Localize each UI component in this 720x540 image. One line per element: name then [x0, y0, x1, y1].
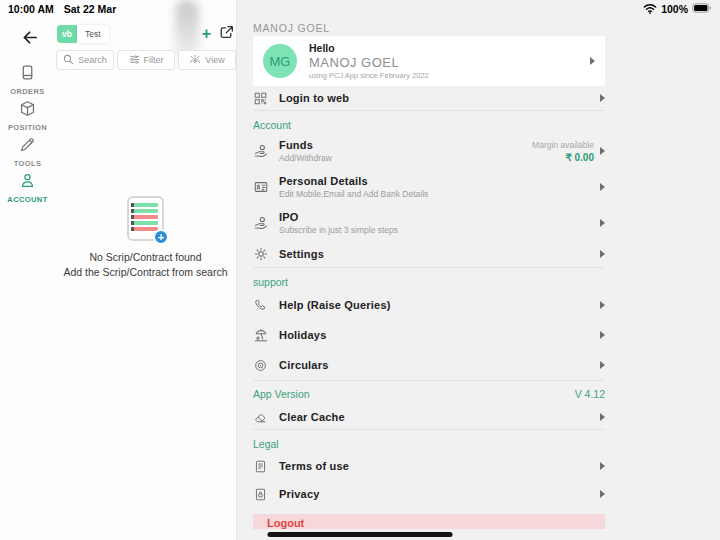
watchlist-toolbar: Search Filter View — [56, 50, 236, 70]
orders-icon — [19, 64, 36, 85]
help-label: Help (Raise Queries) — [279, 299, 391, 311]
login-to-web-label: Login to web — [279, 92, 349, 104]
nav-label-tools: TOOLS — [14, 159, 42, 168]
tools-icon — [19, 136, 36, 157]
privacy-row[interactable]: Privacy — [253, 480, 605, 508]
battery-icon — [692, 3, 712, 15]
chevron-right-icon — [600, 94, 605, 102]
add-scrip-icon[interactable]: + — [153, 229, 169, 245]
nav-label-orders: ORDERS — [10, 87, 45, 96]
add-watchlist-button[interactable]: + — [202, 27, 211, 41]
chevron-right-icon — [600, 219, 605, 227]
profile-card[interactable]: MG Hello MANOJ GOEL using PCJ App since … — [253, 36, 605, 86]
filter-button[interactable]: Filter — [117, 50, 175, 70]
gear-icon — [253, 247, 268, 261]
status-time: 10:00 AM — [8, 3, 54, 15]
battery-percent: 100% — [661, 3, 688, 15]
help-row[interactable]: Help (Raise Queries) — [253, 290, 605, 320]
beach-umbrella-icon — [253, 328, 268, 342]
privacy-lock-icon — [253, 488, 268, 501]
position-icon — [19, 100, 36, 121]
holidays-row[interactable]: Holidays — [253, 320, 605, 350]
app-version-label: App Version — [253, 388, 310, 400]
ipo-title: IPO — [279, 211, 398, 223]
nav-label-position: POSITION — [8, 123, 47, 132]
chevron-right-icon — [590, 57, 595, 65]
phone-icon — [253, 299, 268, 312]
settings-row[interactable]: Settings — [253, 241, 605, 267]
app-version-row: App Version V 4.12 — [253, 383, 605, 405]
section-account: Account — [253, 117, 605, 133]
personal-details-row[interactable]: Personal Details Edit Mobile,Email and A… — [253, 169, 605, 205]
personal-details-title: Personal Details — [279, 175, 428, 187]
funds-row[interactable]: Funds Add/Withdraw Margin available ₹ 0.… — [253, 133, 605, 169]
view-label: View — [205, 55, 224, 65]
privacy-label: Privacy — [279, 488, 320, 500]
watchlist-tabs: vb Test + — [57, 23, 234, 45]
nav-rail: ORDERS POSITION TOOLS A — [0, 18, 55, 540]
settings-label: Settings — [279, 248, 324, 260]
chevron-right-icon — [600, 147, 605, 155]
filter-label: Filter — [144, 55, 164, 65]
search-button[interactable]: Search — [56, 50, 114, 70]
nav-label-account: ACCOUNT — [7, 195, 47, 204]
section-legal: Legal — [253, 436, 605, 452]
nav-item-account[interactable]: ACCOUNT — [0, 172, 55, 204]
account-icon — [19, 172, 36, 193]
status-date: Sat 22 Mar — [64, 3, 117, 15]
profile-since: using PCJ App since February 2022 — [309, 71, 429, 80]
chevron-right-icon — [600, 183, 605, 191]
logout-label: Logout — [267, 517, 304, 529]
chevron-right-icon — [600, 413, 605, 421]
logout-button[interactable]: Logout — [253, 514, 605, 529]
terms-row[interactable]: Terms of use — [253, 452, 605, 480]
back-button[interactable] — [18, 25, 42, 49]
clear-cache-label: Clear Cache — [279, 411, 345, 423]
funds-subtitle: Add/Withdraw — [279, 153, 332, 163]
section-support: support — [253, 274, 605, 290]
empty-title: No Scrip/Contract found — [55, 251, 236, 263]
app-version-value: V 4.12 — [575, 388, 605, 400]
profile-name: MANOJ GOEL — [309, 55, 429, 70]
funds-title: Funds — [279, 139, 332, 151]
clear-cache-row[interactable]: Clear Cache — [253, 405, 605, 429]
account-panel: MANOJ GOEL MG Hello MANOJ GOEL using PCJ… — [236, 0, 720, 540]
export-icon[interactable] — [219, 25, 234, 44]
margin-available-label: Margin available — [532, 140, 594, 150]
filter-icon — [129, 54, 140, 67]
watchlist-panel: vb Test + Search — [55, 18, 236, 540]
nav-item-tools[interactable]: TOOLS — [0, 136, 55, 168]
qr-code-icon — [253, 92, 268, 105]
login-to-web-row[interactable]: Login to web — [253, 86, 605, 110]
id-card-icon — [253, 180, 268, 194]
circulars-label: Circulars — [279, 359, 329, 371]
empty-state: + No Scrip/Contract found Add the Scrip/… — [55, 196, 236, 278]
nav-item-position[interactable]: POSITION — [0, 100, 55, 132]
chevron-right-icon — [600, 301, 605, 309]
margin-available-value: ₹ 0.00 — [532, 152, 594, 163]
home-indicator[interactable] — [268, 532, 453, 537]
personal-details-subtitle: Edit Mobile,Email and Add Bank Details — [279, 189, 428, 199]
chevron-right-icon — [600, 331, 605, 339]
holidays-label: Holidays — [279, 329, 326, 341]
watchlist-tab-badge[interactable]: vb — [57, 25, 77, 43]
chevron-right-icon — [600, 250, 605, 258]
chevron-right-icon — [600, 361, 605, 369]
hand-coin-icon — [253, 144, 268, 158]
app-screen: 10:00 AM Sat 22 Mar 100% — [0, 0, 720, 540]
chevron-right-icon — [600, 462, 605, 470]
watchlist-tab[interactable]: Test — [77, 25, 109, 43]
document-icon — [253, 460, 268, 473]
terms-label: Terms of use — [279, 460, 349, 472]
nav-item-orders[interactable]: ORDERS — [0, 64, 55, 96]
avatar: MG — [263, 44, 297, 78]
circulars-row[interactable]: Circulars — [253, 350, 605, 380]
view-icon — [189, 54, 201, 67]
hand-coin-icon — [253, 216, 268, 230]
disc-icon — [253, 359, 268, 372]
view-button[interactable]: View — [178, 50, 236, 70]
chevron-right-icon — [600, 490, 605, 498]
search-icon — [63, 54, 74, 67]
wifi-icon — [643, 3, 657, 16]
ipo-row[interactable]: IPO Subscribe in just 3 simple steps — [253, 205, 605, 241]
